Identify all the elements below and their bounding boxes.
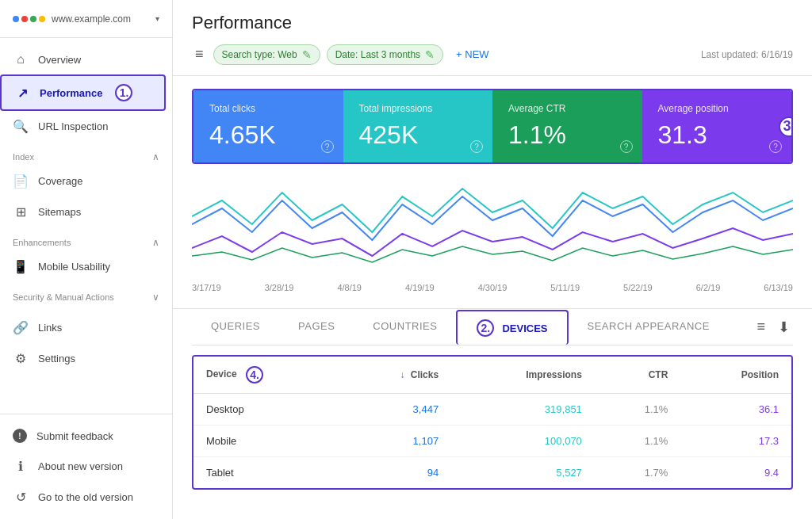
security-section-label: Security & Manual Actions ∨ (0, 282, 172, 306)
new-filter-button[interactable]: + NEW (450, 45, 496, 63)
metric-info-impressions[interactable]: ? (470, 140, 483, 153)
feedback-icon: ! (13, 429, 27, 443)
sort-arrow-icon: ↓ (400, 369, 404, 380)
annotation-2: 2. (477, 319, 494, 337)
last-updated-text: Last updated: 6/16/19 (701, 49, 793, 60)
tabs-bar: QUERIES PAGES COUNTRIES 2. DEVICES SEARC… (192, 309, 793, 345)
table-section: Device 4. ↓ Clicks Impressions CTR Posit… (173, 345, 812, 502)
date-edit-icon: ✎ (425, 48, 435, 61)
date-label-6: 5/22/19 (623, 283, 653, 292)
date-label-4: 4/30/19 (478, 283, 508, 292)
metrics-cards: Total clicks 4.65K ? Total impressions 4… (192, 89, 793, 164)
date-filter-chip[interactable]: Date: Last 3 months ✎ (327, 44, 443, 65)
metric-value-position: 31.3 (658, 120, 776, 150)
mobile-icon: 📱 (13, 259, 29, 274)
sidebar-item-label: Coverage (38, 175, 82, 187)
main-header: Performance ≡ Search type: Web ✎ Date: L… (173, 0, 812, 76)
security-collapse-icon[interactable]: ∨ (152, 292, 159, 303)
coverage-icon: 📄 (13, 174, 29, 189)
index-section-label: Index ∧ (0, 142, 172, 166)
tab-search-appearance[interactable]: SEARCH APPEARANCE (569, 309, 729, 345)
chevron-down-icon[interactable]: ▾ (155, 14, 159, 23)
metric-label-impressions: Total impressions (359, 103, 477, 114)
tabs-actions: ≡ ⬇ (753, 315, 793, 339)
chart-dates: 3/17/19 3/28/19 4/8/19 4/19/19 4/30/19 5… (192, 280, 793, 296)
sidebar-item-go-to-old-version[interactable]: ↺ Go to the old version (0, 482, 166, 513)
date-label-7: 6/2/19 (696, 283, 721, 292)
filter-icon-button[interactable]: ≡ (192, 43, 207, 66)
sidebar-item-performance[interactable]: ↗ Performance 1. (0, 74, 166, 111)
position-tablet: 9.4 (680, 457, 791, 489)
table-filter-icon[interactable]: ≡ (753, 315, 768, 338)
position-mobile: 17.3 (680, 426, 791, 457)
sidebar-item-settings[interactable]: ⚙ Settings (0, 343, 166, 374)
clicks-tablet: 94 (339, 457, 451, 489)
devices-table: Device 4. ↓ Clicks Impressions CTR Posit… (193, 357, 791, 488)
col-header-clicks[interactable]: ↓ Clicks (339, 357, 451, 394)
filter-bar: ≡ Search type: Web ✎ Date: Last 3 months… (192, 43, 793, 75)
table-row: Mobile 1,107 100,070 1.1% 17.3 (193, 426, 791, 457)
sidebar-item-url-inspection[interactable]: 🔍 URL Inspection (0, 111, 166, 142)
main-content: Performance ≡ Search type: Web ✎ Date: L… (173, 0, 812, 519)
date-label-5: 5/11/19 (550, 283, 580, 292)
metric-info-clicks[interactable]: ? (321, 140, 334, 153)
sitemaps-icon: ⊞ (13, 204, 29, 219)
col-header-device: Device 4. (193, 357, 339, 394)
sidebar-item-submit-feedback[interactable]: ! Submit feedback (0, 421, 166, 451)
metric-value-clicks: 4.65K (209, 120, 327, 150)
tab-pages[interactable]: PAGES (279, 309, 354, 345)
metric-card-impressions: Total impressions 425K ? (343, 90, 493, 162)
device-name-tablet: Tablet (193, 457, 339, 489)
settings-icon: ⚙ (13, 351, 29, 366)
position-desktop: 36.1 (680, 394, 791, 426)
sidebar-item-label: Sitemaps (38, 206, 81, 218)
enhancements-collapse-icon[interactable]: ∧ (152, 237, 159, 248)
logo-dot-red (21, 16, 28, 22)
index-collapse-icon[interactable]: ∧ (152, 151, 159, 162)
tab-queries[interactable]: QUERIES (192, 309, 279, 345)
date-label-2: 4/8/19 (337, 283, 362, 292)
device-name-desktop: Desktop (193, 394, 339, 426)
download-icon[interactable]: ⬇ (775, 315, 793, 339)
impressions-desktop: 319,851 (451, 394, 595, 426)
sidebar-item-links[interactable]: 🔗 Links (0, 312, 166, 343)
ctr-desktop: 1.1% (595, 394, 680, 426)
clicks-mobile: 1,107 (339, 426, 451, 457)
ctr-mobile: 1.1% (595, 426, 680, 457)
date-label: Date: Last 3 months (335, 49, 420, 60)
sidebar-logo (13, 16, 45, 22)
sidebar-item-about-new-version[interactable]: ℹ About new version (0, 451, 166, 482)
sidebar-item-sitemaps[interactable]: ⊞ Sitemaps (0, 197, 166, 227)
sidebar-item-label: URL Inspection (38, 120, 108, 132)
sidebar-item-label: Submit feedback (36, 430, 113, 442)
tab-countries[interactable]: COUNTRIES (354, 309, 456, 345)
logo-dot-green (30, 16, 36, 22)
sidebar-item-label: About new version (38, 460, 123, 472)
chart-section: 3/17/19 3/28/19 4/8/19 4/19/19 4/30/19 5… (173, 177, 812, 308)
tab-devices-label: DEVICES (502, 322, 547, 334)
date-label-3: 4/19/19 (405, 283, 435, 292)
logo-dot-yellow (39, 16, 45, 22)
back-icon: ↺ (13, 490, 29, 505)
metrics-section: Total clicks 4.65K ? Total impressions 4… (173, 76, 812, 177)
logo-dot-blue (13, 16, 19, 22)
sidebar-item-overview[interactable]: ⌂ Overview (0, 44, 166, 74)
tab-devices[interactable]: 2. DEVICES (456, 310, 568, 345)
col-header-position: Position (680, 357, 791, 394)
sidebar-nav: ⌂ Overview ↗ Performance 1. 🔍 URL Inspec… (0, 38, 172, 414)
sidebar-item-coverage[interactable]: 📄 Coverage (0, 166, 166, 197)
metric-label-clicks: Total clicks (209, 103, 327, 114)
sidebar-header: www.example.com ▾ (0, 0, 172, 38)
metric-info-position[interactable]: ? (769, 140, 782, 153)
metric-card-position: Average position 31.3 ? (642, 90, 792, 162)
sidebar-item-label: Go to the old version (38, 491, 133, 503)
search-type-filter-chip[interactable]: Search type: Web ✎ (213, 44, 320, 65)
info-icon: ℹ (13, 459, 29, 474)
table-row: Tablet 94 5,527 1.7% 9.4 (193, 457, 791, 489)
annotation-1: 1. (115, 84, 132, 101)
device-name-mobile: Mobile (193, 426, 339, 457)
col-header-impressions: Impressions (451, 357, 595, 394)
metric-card-clicks: Total clicks 4.65K ? (193, 90, 343, 162)
sidebar-item-mobile-usability[interactable]: 📱 Mobile Usability (0, 251, 166, 282)
metric-info-ctr[interactable]: ? (620, 140, 633, 153)
